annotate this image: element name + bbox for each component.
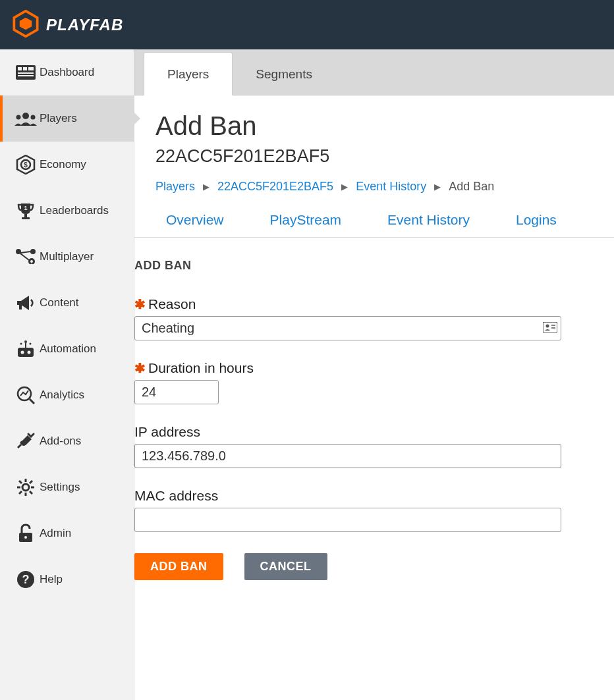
svg-point-46 xyxy=(24,536,27,539)
main-content: Players Segments Add Ban 22ACC5F201E2BAF… xyxy=(134,49,614,700)
tab-players[interactable]: Players xyxy=(144,52,233,95)
reason-label: ✱ Reason xyxy=(134,296,614,312)
chevron-right-icon: ▶ xyxy=(434,182,441,192)
svg-rect-7 xyxy=(18,75,34,76)
svg-point-17 xyxy=(16,249,21,254)
ip-label: IP address xyxy=(134,424,614,440)
brand-name: PLAYFAB xyxy=(46,16,123,34)
sidebar-item-help[interactable]: ? Help xyxy=(0,556,134,603)
app-header: PLAYFAB xyxy=(0,0,614,49)
duration-label: ✱ Duration in hours xyxy=(134,360,614,376)
subtab-playstream[interactable]: PlayStream xyxy=(270,212,342,228)
svg-point-50 xyxy=(546,324,549,327)
required-icon: ✱ xyxy=(134,296,146,312)
sidebar-item-label: Multiplayer xyxy=(40,250,94,263)
svg-line-35 xyxy=(18,444,21,448)
contact-card-icon[interactable] xyxy=(543,322,557,335)
economy-icon: $ xyxy=(12,155,40,175)
cancel-button[interactable]: CANCEL xyxy=(244,553,327,580)
page-title: Add Ban xyxy=(155,111,593,141)
svg-rect-14 xyxy=(24,214,27,217)
svg-point-22 xyxy=(30,260,33,263)
svg-rect-49 xyxy=(543,322,557,333)
sidebar-item-label: Admin xyxy=(40,527,71,540)
reason-input[interactable] xyxy=(134,316,561,340)
svg-text:$: $ xyxy=(24,161,28,169)
breadcrumb-player-id[interactable]: 22ACC5F201E2BAF5 xyxy=(217,180,333,194)
sidebar-item-label: Settings xyxy=(40,481,80,494)
chevron-right-icon: ▶ xyxy=(203,182,209,192)
sidebar-item-label: Players xyxy=(40,112,77,125)
svg-line-44 xyxy=(30,481,32,483)
svg-text:1: 1 xyxy=(24,205,27,211)
gear-icon xyxy=(12,477,40,497)
required-icon: ✱ xyxy=(134,360,146,376)
svg-line-32 xyxy=(30,399,34,404)
svg-rect-5 xyxy=(28,67,34,70)
sidebar-item-label: Add-ons xyxy=(40,435,81,448)
svg-text:?: ? xyxy=(22,573,30,586)
svg-point-30 xyxy=(30,343,32,345)
sidebar-item-leaderboards[interactable]: 1 Leaderboards xyxy=(0,188,134,234)
add-ban-button[interactable]: ADD BAN xyxy=(134,553,223,580)
sidebar-item-settings[interactable]: Settings xyxy=(0,464,134,510)
sidebar-item-economy[interactable]: $ Economy xyxy=(0,142,134,188)
subtab-event-history[interactable]: Event History xyxy=(387,212,470,228)
sidebar-item-label: Leaderboards xyxy=(40,204,109,217)
mac-input[interactable] xyxy=(134,508,561,532)
svg-point-9 xyxy=(16,115,21,120)
form-heading: ADD BAN xyxy=(134,259,614,273)
svg-line-21 xyxy=(20,254,29,260)
sidebar-item-label: Help xyxy=(40,573,63,586)
players-icon xyxy=(12,111,40,126)
page-subtitle: 22ACC5F201E2BAF5 xyxy=(155,146,593,167)
plug-icon xyxy=(12,431,40,451)
sidebar-item-label: Dashboard xyxy=(40,66,94,79)
breadcrumb-current: Add Ban xyxy=(449,180,494,194)
breadcrumb-event-history[interactable]: Event History xyxy=(356,180,426,194)
tab-segments[interactable]: Segments xyxy=(233,53,335,95)
svg-point-26 xyxy=(28,351,31,354)
svg-rect-6 xyxy=(18,72,34,74)
sidebar-item-automation[interactable]: Automation xyxy=(0,326,134,372)
sidebar-item-players[interactable]: Players xyxy=(0,95,134,142)
svg-line-41 xyxy=(19,481,22,483)
robot-icon xyxy=(12,340,40,358)
svg-line-34 xyxy=(31,434,34,437)
sidebar-item-admin[interactable]: Admin xyxy=(0,510,134,556)
unlock-icon xyxy=(12,524,40,543)
svg-point-25 xyxy=(21,351,24,354)
breadcrumb: Players ▶ 22ACC5F201E2BAF5 ▶ Event Histo… xyxy=(155,180,593,194)
subtab-overview[interactable]: Overview xyxy=(166,212,224,228)
sidebar-item-multiplayer[interactable]: Multiplayer xyxy=(0,234,134,280)
svg-point-18 xyxy=(30,249,36,254)
svg-point-28 xyxy=(24,340,27,343)
chevron-right-icon: ▶ xyxy=(341,182,348,192)
breadcrumb-players[interactable]: Players xyxy=(155,180,195,194)
duration-input[interactable] xyxy=(134,380,219,404)
svg-line-43 xyxy=(19,491,22,494)
svg-rect-3 xyxy=(18,67,22,70)
sidebar-item-addons[interactable]: Add-ons xyxy=(0,418,134,464)
svg-rect-15 xyxy=(22,217,30,219)
svg-rect-24 xyxy=(18,348,34,357)
sidebar-item-content[interactable]: Content xyxy=(0,280,134,326)
sidebar: Dashboard Players $ Economy 1 Leaderboar… xyxy=(0,49,134,700)
sidebar-item-label: Automation xyxy=(40,342,96,356)
svg-marker-1 xyxy=(20,17,32,29)
brand-logo[interactable]: PLAYFAB xyxy=(12,10,123,40)
trophy-icon: 1 xyxy=(12,201,40,221)
svg-rect-23 xyxy=(19,305,22,310)
analytics-icon xyxy=(12,385,40,405)
sub-tabs: Overview PlayStream Event History Logins xyxy=(155,212,593,237)
svg-rect-4 xyxy=(23,67,27,70)
top-tabs: Players Segments xyxy=(134,49,614,95)
svg-point-8 xyxy=(22,113,29,119)
ip-input[interactable] xyxy=(134,444,561,468)
sidebar-item-label: Analytics xyxy=(40,389,84,402)
multiplayer-icon xyxy=(12,248,40,265)
sidebar-item-analytics[interactable]: Analytics xyxy=(0,372,134,418)
sidebar-item-dashboard[interactable]: Dashboard xyxy=(0,49,134,95)
subtab-logins[interactable]: Logins xyxy=(516,212,557,228)
help-icon: ? xyxy=(12,570,40,589)
